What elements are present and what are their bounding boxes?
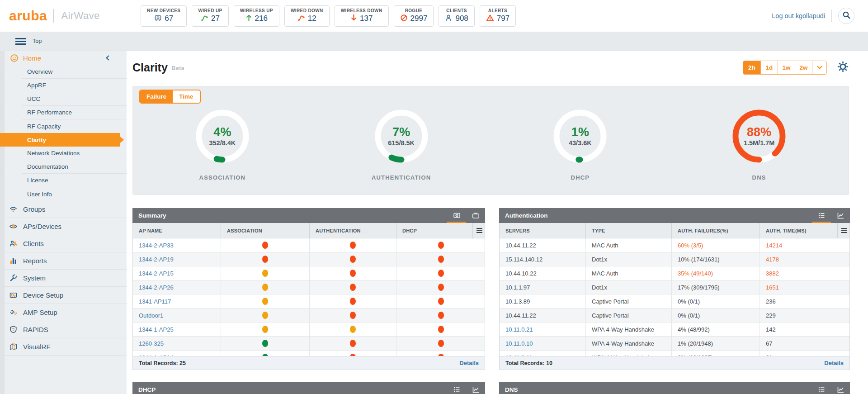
breadcrumb[interactable]: Top (33, 38, 42, 44)
donut-label: AUTHENTICATION (372, 174, 431, 181)
details-link[interactable]: Details (824, 360, 844, 366)
status-dot (438, 312, 444, 319)
status-dot (438, 256, 444, 263)
status-dot (350, 312, 356, 319)
stat-new-devices[interactable]: NEW DEVICES 67 (141, 5, 187, 27)
stat-alerts[interactable]: ALERTS 797 (480, 5, 516, 27)
menu-icon (476, 228, 482, 233)
server-cell[interactable]: 10.11.0.10 (505, 340, 533, 347)
time-range-2h[interactable]: 2h (743, 61, 760, 74)
stat-wired-up[interactable]: WIRED UP 27 (192, 5, 228, 27)
sidebar-item-rf-capacity[interactable]: RF Capacity (0, 119, 127, 133)
table-row: 1260-325 (133, 337, 485, 351)
column-header[interactable]: AUTH. TIME(MS) (760, 223, 837, 238)
list-view-button[interactable] (447, 382, 466, 394)
ap-link[interactable]: 1344-2-AP19 (139, 256, 174, 263)
table-row: 10.44.10.22MAC Auth35% (49/140)3882 (500, 266, 849, 280)
time-cell: 4178 (766, 256, 779, 263)
server-cell[interactable]: 10.11.0.21 (505, 326, 533, 333)
toggle-time[interactable]: Time (173, 90, 199, 103)
logout-link[interactable]: Log out kgollapudi (772, 12, 825, 19)
column-header[interactable]: AUTH. FAILURES(%) (671, 223, 760, 238)
table-menu-button[interactable] (472, 223, 486, 238)
stat-clients[interactable]: CLIENTS 908 (439, 5, 474, 27)
table-row: 1344-1-AP25 (133, 323, 485, 337)
ap-link[interactable]: 1341-AP117 (139, 298, 171, 305)
sidebar-item-device-setup[interactable]: Device Setup (0, 287, 127, 304)
ap-link[interactable]: 1344-2-AP15 (139, 270, 174, 277)
ap-link[interactable]: 1260-325 (139, 340, 164, 347)
time-range-1w[interactable]: 1w (778, 61, 795, 74)
time-range-2w[interactable]: 2w (795, 61, 812, 74)
sidebar-item-overview[interactable]: Overview (0, 65, 127, 79)
ap-link[interactable]: Outdoor1 (139, 312, 163, 319)
stat-wireless-up[interactable]: WIRELESS UP 216 (234, 5, 279, 27)
sidebar-item-user-info[interactable]: User Info (0, 187, 127, 201)
rapids-icon (9, 325, 18, 334)
sidebar-item-reports[interactable]: Reports (0, 252, 127, 270)
ap-device-icon (154, 14, 162, 24)
sidebar-item-documentation[interactable]: Documentation (0, 160, 127, 174)
column-header[interactable]: TYPE (585, 223, 671, 238)
details-link[interactable]: Details (459, 360, 479, 366)
column-header[interactable]: AP NAME (133, 223, 221, 238)
sidebar-item-groups[interactable]: Groups (0, 201, 127, 218)
ap-link[interactable]: 1344-2-AP26 (139, 284, 174, 291)
failures-cell: 10% (174/1631) (678, 256, 720, 263)
sidebar-item-ucc[interactable]: UCC (0, 92, 127, 106)
list-view-button[interactable] (812, 382, 831, 394)
status-dot (350, 340, 356, 347)
sidebar-item-home[interactable]: Home (0, 51, 127, 65)
rogue-icon (400, 14, 408, 24)
server-cell: 10.1.3.89 (505, 298, 530, 305)
server-cell: 10.44.10.22 (505, 270, 537, 277)
sidebar-item-visualrf[interactable]: VisualRF (0, 338, 127, 356)
system-icon (9, 274, 18, 282)
stat-wired-down[interactable]: WIRED DOWN 12 (284, 5, 330, 27)
sidebar-item-rf-performance[interactable]: RF Performance (0, 106, 127, 119)
toggle-failure[interactable]: Failure (140, 90, 173, 103)
table-menu-button[interactable] (837, 223, 850, 238)
sidebar-item-clients[interactable]: Clients (0, 235, 127, 252)
column-header[interactable]: SERVERS (500, 223, 585, 238)
column-header[interactable]: ASSOCIATION (221, 223, 309, 238)
clarity-gauges-panel: Failure Time 4%352/8.4K ASSOCIATION 7%61… (132, 86, 849, 195)
visualrf-icon (9, 342, 18, 351)
sidebar-item-amp-setup[interactable]: AMP Setup (0, 304, 127, 321)
stat-wireless-down[interactable]: WIRELESS DOWN 137 (335, 5, 389, 27)
chart-view-button[interactable] (831, 382, 850, 394)
sidebar-item-aps-devices[interactable]: APs/Devices (0, 218, 127, 235)
sidebar-item-license[interactable]: License (0, 174, 127, 187)
sidebar-item-system[interactable]: System (0, 270, 127, 287)
ap-link[interactable]: 1344-2-AP33 (139, 242, 174, 249)
folder-view-button[interactable] (466, 208, 485, 223)
status-dot (350, 242, 356, 249)
sidebar-item-rapids[interactable]: RAPIDS (0, 321, 127, 338)
chart-view-button[interactable] (466, 382, 485, 394)
sidebar-item-network-deviations[interactable]: Network Deviations (0, 147, 127, 160)
menu-burger-icon[interactable] (15, 38, 26, 45)
amp-setup-icon (9, 308, 18, 317)
ap-view-button[interactable] (447, 208, 466, 223)
reports-icon (9, 256, 18, 265)
arrow-down-icon (350, 14, 357, 23)
time-range-1d[interactable]: 1d (760, 61, 778, 74)
list-view-button[interactable] (812, 208, 831, 223)
donut-label: ASSOCIATION (199, 174, 246, 181)
settings-button[interactable] (837, 61, 849, 75)
search-button[interactable] (838, 8, 854, 24)
chart-view-button[interactable] (831, 208, 850, 223)
collapse-chevron-icon[interactable] (106, 55, 111, 60)
sidebar-item-apprf[interactable]: AppRF (0, 79, 127, 92)
type-cell: Dot1x (592, 256, 607, 263)
sidebar-item-clarity[interactable]: Clarity (0, 133, 120, 147)
stat-rogue[interactable]: ROGUE 2997 (394, 5, 434, 27)
type-cell: Dot1x (592, 284, 607, 291)
column-header[interactable]: AUTHENTICATION (309, 223, 396, 238)
failures-cell: 60% (3/5) (678, 242, 703, 249)
column-header[interactable]: DHCP (396, 223, 472, 238)
time-range-dropdown[interactable] (812, 61, 826, 74)
status-dot (350, 270, 356, 277)
ap-link[interactable]: 1344-1-AP25 (139, 326, 174, 333)
page-title: Clarity (132, 61, 168, 74)
